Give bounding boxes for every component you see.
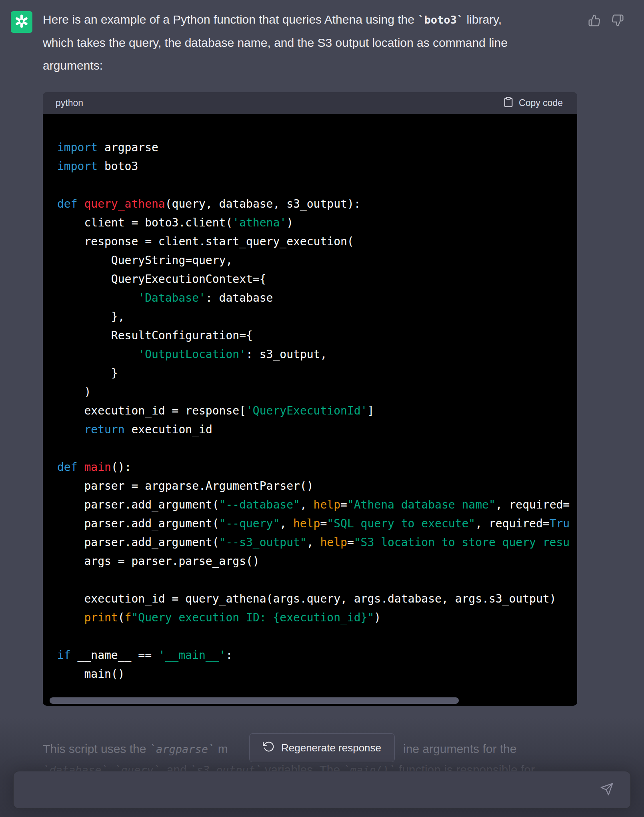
code-line: }, xyxy=(57,307,563,326)
regenerate-label: Regenerate response xyxy=(281,742,381,754)
code-line: ResultConfiguration={ xyxy=(57,326,563,345)
code-line: } xyxy=(57,364,563,382)
code-line: print(f"Query execution ID: {execution_i… xyxy=(57,608,563,627)
send-button[interactable] xyxy=(600,783,614,797)
code-block-header: python Copy code xyxy=(43,92,577,114)
code-block: python Copy code import argparseimport b… xyxy=(43,92,577,706)
code-line xyxy=(57,439,563,458)
thumbs-down-button[interactable] xyxy=(611,13,624,29)
code-language-label: python xyxy=(56,98,83,108)
code-line: args = parser.parse_args() xyxy=(57,552,563,571)
code-line: parser.add_argument("--database", help="… xyxy=(57,495,563,514)
clipboard-icon xyxy=(503,96,514,110)
intro-line-3: arguments: xyxy=(43,54,577,77)
code-line: def query_athena(query, database, s3_out… xyxy=(57,194,563,213)
code-line: QueryString=query, xyxy=(57,251,563,270)
copy-code-button[interactable]: Copy code xyxy=(500,96,565,110)
code-line: import argparse xyxy=(57,138,563,157)
code-line: execution_id = query_athena(args.query, … xyxy=(57,589,563,608)
thumbs-up-icon xyxy=(588,22,601,28)
thumbs-down-icon xyxy=(611,22,624,28)
code-line: parser.add_argument("--s3_output", help=… xyxy=(57,533,563,552)
message-content: Here is an example of a Python function … xyxy=(43,8,577,781)
code-line: response = client.start_query_execution( xyxy=(57,232,563,251)
composer xyxy=(13,771,631,809)
assistant-message: Here is an example of a Python function … xyxy=(0,0,644,817)
code-line xyxy=(57,176,563,194)
send-icon xyxy=(600,791,614,797)
followup-line-1-left: This script uses the `argparse` m xyxy=(43,742,228,755)
intro-paragraph: Here is an example of a Python function … xyxy=(43,8,577,77)
code-line: execution_id = response['QueryExecutionI… xyxy=(57,401,563,420)
intro-line-1: Here is an example of a Python function … xyxy=(43,8,577,31)
code-line: ) xyxy=(57,382,563,401)
message-actions xyxy=(588,8,624,29)
followup-line-1-right: ine arguments for the xyxy=(403,739,517,759)
code-line: parser.add_argument("--query", help="SQL… xyxy=(57,514,563,533)
code-line: if __name__ == '__main__': xyxy=(57,646,563,665)
intro-line-2: which takes the query, the database name… xyxy=(43,31,577,54)
horizontal-scrollbar-thumb[interactable] xyxy=(50,697,459,704)
regenerate-icon xyxy=(263,741,275,755)
code-line: main() xyxy=(57,665,563,683)
message-row: Here is an example of a Python function … xyxy=(0,0,644,781)
message-input[interactable] xyxy=(14,771,630,808)
code-line: 'OutputLocation': s3_output, xyxy=(57,345,563,364)
code-line xyxy=(57,571,563,589)
code-line: client = boto3.client('athena') xyxy=(57,213,563,232)
code-line: def main(): xyxy=(57,458,563,477)
code-line: parser = argparse.ArgumentParser() xyxy=(57,477,563,495)
avatar xyxy=(11,11,32,33)
code-line: QueryExecutionContext={ xyxy=(57,270,563,288)
code-line: return execution_id xyxy=(57,420,563,439)
code-line xyxy=(57,627,563,646)
thumbs-up-button[interactable] xyxy=(588,13,601,29)
copy-code-label: Copy code xyxy=(519,98,563,108)
code-line: 'Database': database xyxy=(57,288,563,307)
code-content[interactable]: import argparseimport boto3def query_ath… xyxy=(43,114,577,706)
openai-logo-icon xyxy=(14,14,29,30)
code-line: import boto3 xyxy=(57,157,563,176)
regenerate-response-button[interactable]: Regenerate response xyxy=(249,733,395,762)
